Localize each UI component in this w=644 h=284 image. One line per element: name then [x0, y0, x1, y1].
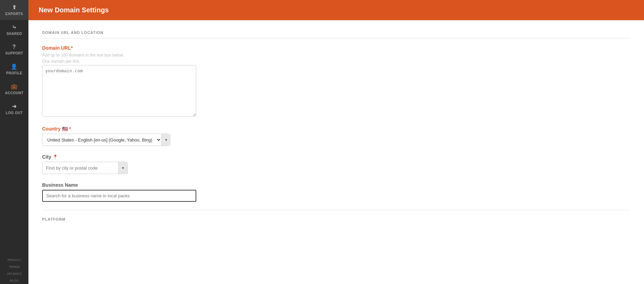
- account-icon: 💼: [11, 83, 18, 90]
- page-title: New Domain Settings: [39, 6, 634, 14]
- country-flag: 🇺🇸: [62, 126, 68, 132]
- city-dropdown-button[interactable]: ▼: [118, 162, 127, 174]
- support-icon: ?: [12, 44, 16, 50]
- profile-icon: 👤: [11, 63, 18, 70]
- business-name-group: Business Name: [42, 182, 630, 202]
- sidebar-item-shared[interactable]: ⤷ SHARED: [0, 20, 28, 40]
- sidebar-bottom-links: PRIVACY TERMS API DOCS BLOG: [0, 257, 28, 284]
- sidebar-link-blog[interactable]: BLOG: [0, 277, 28, 284]
- page-header: New Domain Settings: [28, 0, 644, 20]
- sidebar-link-privacy[interactable]: PRIVACY: [0, 257, 28, 263]
- country-label: Country 🇺🇸 *: [42, 126, 630, 132]
- exports-icon: ⬆: [12, 4, 17, 11]
- sidebar-item-account[interactable]: 💼 ACCOUNT: [0, 79, 28, 99]
- section-domain-url-title: DOMAIN URL AND LOCATION: [42, 30, 630, 38]
- city-label-row: City 📍: [42, 154, 630, 160]
- city-label: City: [42, 154, 51, 160]
- country-dropdown-button[interactable]: ▼: [161, 134, 171, 146]
- platform-section-title: PLATFORM: [42, 210, 630, 221]
- sidebar-item-label: PROFILE: [6, 71, 22, 75]
- sidebar-item-label: EXPORTS: [5, 12, 23, 16]
- domain-url-hint2: One domain per line.: [42, 59, 630, 64]
- sidebar-item-support[interactable]: ? SUPPORT: [0, 40, 28, 59]
- city-select-wrapper: ▼: [42, 162, 128, 174]
- city-input[interactable]: [42, 163, 118, 173]
- domain-url-textarea[interactable]: [42, 65, 196, 116]
- sidebar-item-label: SUPPORT: [5, 51, 23, 55]
- sidebar-item-label: SHARED: [7, 32, 22, 36]
- sidebar-item-exports[interactable]: ⬆ EXPORTS: [0, 0, 28, 20]
- sidebar-item-label: ACCOUNT: [5, 91, 24, 95]
- domain-url-hint1: Add up to 100 domains in the text box be…: [42, 53, 630, 58]
- logout-icon: ➜: [12, 103, 17, 110]
- shared-icon: ⤷: [12, 24, 17, 30]
- content-area: DOMAIN URL AND LOCATION Domain URL* Add …: [28, 20, 644, 284]
- country-select-wrapper: United States - English [en-us] (Google,…: [42, 134, 169, 146]
- domain-url-group: Domain URL* Add up to 100 domains in the…: [42, 45, 630, 118]
- sidebar-link-terms[interactable]: TERMS: [0, 263, 28, 270]
- main-content: New Domain Settings DOMAIN URL AND LOCAT…: [28, 0, 644, 284]
- location-icon: 📍: [53, 155, 58, 159]
- sidebar-item-profile[interactable]: 👤 PROFILE: [0, 59, 28, 79]
- sidebar-item-label: LOG OUT: [6, 111, 23, 115]
- country-select[interactable]: United States - English [en-us] (Google,…: [42, 134, 161, 146]
- business-name-label: Business Name: [42, 182, 630, 188]
- country-group: Country 🇺🇸 * United States - English [en…: [42, 126, 630, 146]
- sidebar: ⬆ EXPORTS ⤷ SHARED ? SUPPORT 👤 PROFILE 💼…: [0, 0, 28, 284]
- domain-url-label: Domain URL*: [42, 45, 630, 51]
- sidebar-item-logout[interactable]: ➜ LOG OUT: [0, 99, 28, 119]
- sidebar-link-api-docs[interactable]: API DOCS: [0, 270, 28, 277]
- city-group: City 📍 ▼: [42, 154, 630, 174]
- business-name-input[interactable]: [42, 190, 196, 202]
